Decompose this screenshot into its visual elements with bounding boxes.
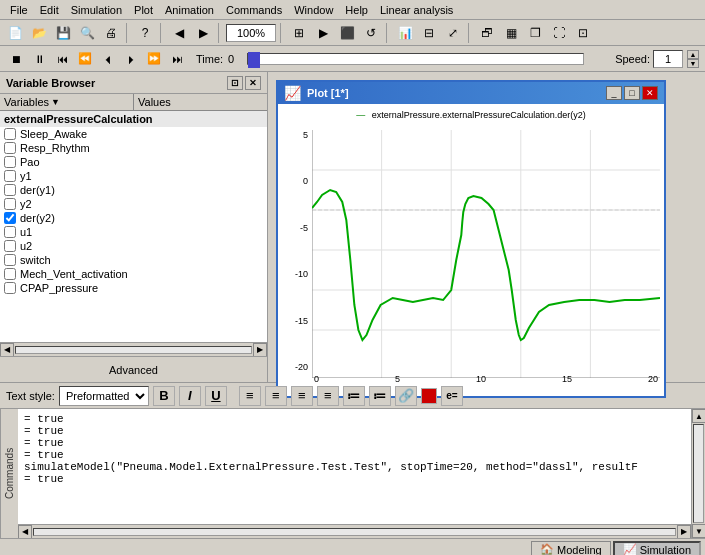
plot-legend: — externalPressure.externalPressureCalcu… [282,108,660,122]
forward-all-btn[interactable]: ⏭ [167,50,187,68]
cmd-scroll-up[interactable]: ▲ [692,409,705,423]
menu-simulation[interactable]: Simulation [65,2,128,18]
play-btn[interactable]: ⏵ [121,50,141,68]
modeling-label: Modeling [557,544,602,556]
open-btn[interactable]: 📂 [28,23,50,43]
plot-window: 📈 Plot [1*] _ □ ✕ — externalPressure.ext… [276,80,666,398]
cascade-btn[interactable]: ❐ [524,23,546,43]
prev-btn[interactable]: ⏴ [98,50,118,68]
menu-window[interactable]: Window [288,2,339,18]
text-style-select[interactable]: Preformatted [59,386,149,406]
menu-edit[interactable]: Edit [34,2,65,18]
cmd-scroll-left[interactable]: ◀ [18,525,32,539]
text-style-label: Text style: [6,390,55,402]
plot-minimize-btn[interactable]: _ [606,86,622,100]
var-label-9: u2 [20,240,32,252]
var-checkbox-8[interactable] [4,226,16,238]
var-label-6: y2 [20,198,32,210]
sep4 [280,23,284,43]
var-checkbox-7[interactable] [4,212,16,224]
plot-close-btn[interactable]: ✕ [642,86,658,100]
progress-bar[interactable] [247,53,584,65]
menu-file[interactable]: File [4,2,34,18]
panel-title-text: Variable Browser [6,77,95,89]
var-checkbox-9[interactable] [4,240,16,252]
menu-plot[interactable]: Plot [128,2,159,18]
reload-btn[interactable]: ↺ [360,23,382,43]
statusbar: 🏠 Modeling 📈 Simulation [0,538,705,555]
grid-btn[interactable]: ⊞ [288,23,310,43]
save-btn[interactable]: 💾 [52,23,74,43]
time-value: 0 [228,53,234,65]
scroll-right-btn[interactable]: ▶ [253,343,267,357]
forward-btn[interactable]: ▶ [192,23,214,43]
zoom-input[interactable] [226,24,276,42]
var-checkbox-11[interactable] [4,268,16,280]
help-btn[interactable]: ? [134,23,156,43]
simulation-btn[interactable]: 📈 Simulation [613,541,701,556]
chart-btn[interactable]: 📊 [394,23,416,43]
var-checkbox-4[interactable] [4,170,16,182]
tile-btn[interactable]: ▦ [500,23,522,43]
cmd-vscroll-track[interactable] [693,424,704,523]
menu-animation[interactable]: Animation [159,2,220,18]
panel-restore-btn[interactable]: ⊡ [227,76,243,90]
y-label--20: -20 [295,362,308,372]
rewind-btn[interactable]: ⏪ [75,50,95,68]
new-btn[interactable]: 📄 [4,23,26,43]
panel-close-btn[interactable]: ✕ [245,76,261,90]
cmd-scroll-down[interactable]: ▼ [692,524,705,538]
scroll-left-btn[interactable]: ◀ [0,343,14,357]
back-btn[interactable]: ◀ [168,23,190,43]
stop-play-btn[interactable]: ⏹ [6,50,26,68]
var-checkbox-6[interactable] [4,198,16,210]
menu-help[interactable]: Help [339,2,374,18]
rewind-all-btn[interactable]: ⏮ [52,50,72,68]
align-left-btn[interactable]: ≡ [239,386,261,406]
cmd-scrollbar-track[interactable] [33,528,676,536]
y-label--15: -15 [295,316,308,326]
x-label-20: 20 [648,374,658,392]
var-checkbox-5[interactable] [4,184,16,196]
modeling-btn[interactable]: 🏠 Modeling [531,541,611,556]
sim-btn[interactable]: ▶ [312,23,334,43]
col-sort-icon[interactable]: ▼ [51,97,60,107]
var-checkbox-12[interactable] [4,282,16,294]
list-item: der(y1) [0,183,267,197]
speed-down-btn[interactable]: ▼ [687,59,699,68]
var-checkbox-10[interactable] [4,254,16,266]
expand-btn[interactable]: ⊡ [572,23,594,43]
table-btn[interactable]: ⊟ [418,23,440,43]
commands-text[interactable]: = true = true = true = true simulateMode… [18,409,691,524]
stop-btn[interactable]: ⬛ [336,23,358,43]
underline-btn[interactable]: U [205,386,227,406]
speed-up-btn[interactable]: ▲ [687,50,699,59]
pause-btn[interactable]: ⏸ [29,50,49,68]
bold-btn[interactable]: B [153,386,175,406]
var-label-1: Sleep_Awake [20,128,87,140]
plot-svg [312,130,660,378]
var-checkbox-3[interactable] [4,156,16,168]
var-checkbox-2[interactable] [4,142,16,154]
var-table: Variables ▼ Values externalPressureCalcu… [0,94,267,342]
scrollbar-track[interactable] [15,346,252,354]
export-btn[interactable]: ⤢ [442,23,464,43]
plot-title: Plot [1*] [307,87,349,99]
progress-thumb[interactable] [248,52,260,68]
plot-maximize-btn[interactable]: □ [624,86,640,100]
full-btn[interactable]: ⛶ [548,23,570,43]
print-btn[interactable]: 🖨 [100,23,122,43]
var-checkbox-1[interactable] [4,128,16,140]
next-btn[interactable]: ⏩ [144,50,164,68]
print-preview-btn[interactable]: 🔍 [76,23,98,43]
menu-linear-analysis[interactable]: Linear analysis [374,2,459,18]
italic-btn[interactable]: I [179,386,201,406]
cmd-scroll-right[interactable]: ▶ [677,525,691,539]
list-item: CPAP_pressure [0,281,267,295]
advanced-button[interactable]: Advanced [0,356,267,382]
speed-input[interactable] [653,50,683,68]
window-btn[interactable]: 🗗 [476,23,498,43]
sep5 [386,23,390,43]
menu-commands[interactable]: Commands [220,2,288,18]
var-label-3: Pao [20,156,40,168]
